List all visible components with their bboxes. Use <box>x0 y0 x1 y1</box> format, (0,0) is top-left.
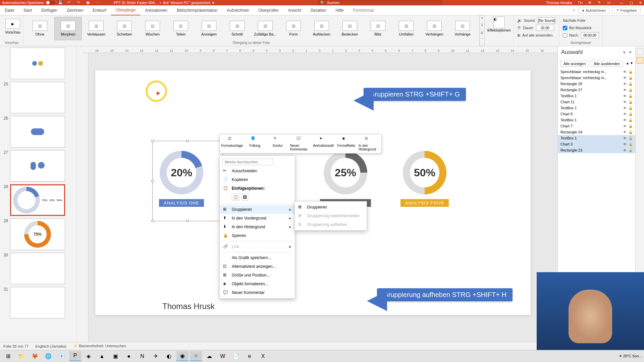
telegram-icon[interactable]: ✈ <box>150 351 162 361</box>
tab-ansicht[interactable]: Ansicht <box>283 5 306 15</box>
sel-item[interactable]: TextBox 1👁🔓 <box>558 117 635 123</box>
chrome-icon[interactable]: 🌐 <box>42 351 54 361</box>
app5-icon[interactable]: ☁ <box>203 351 215 361</box>
minimize-button[interactable]: — <box>620 1 624 5</box>
sel-item[interactable]: Rectangle 24👁🔓 <box>558 129 635 135</box>
autosave-switch[interactable] <box>46 1 55 5</box>
user-avatar[interactable]: TH <box>577 0 584 5</box>
transition-blitz[interactable]: ◫Blitz <box>364 17 392 40</box>
slide-counter[interactable]: Folie 28 von 77 <box>3 344 29 348</box>
transition-wischen[interactable]: ◫Wischen <box>139 17 166 40</box>
tab-start[interactable]: Start <box>19 5 37 15</box>
ctx-neuerkommentar[interactable]: 💬Neuer Kommentar <box>220 288 295 297</box>
sel-item[interactable]: Chart 7👁🔓 <box>558 123 635 129</box>
thumbnail-31[interactable]: 31 <box>0 286 82 320</box>
pane-close-icon[interactable]: ✕ <box>629 50 632 55</box>
move-up-icon[interactable]: ▴ <box>627 61 629 67</box>
selection-box[interactable] <box>152 141 223 221</box>
mini-fuellung[interactable]: 🪣Füllung <box>244 136 266 152</box>
sel-item[interactable]: Rectangle 23👁🔓 <box>558 147 635 153</box>
weather-widget[interactable]: ☀ 20°C Son... <box>619 354 642 358</box>
thumbnail-29[interactable]: 2975% <box>0 217 82 251</box>
transition-gallery-scroll[interactable]: ▴▾⊟ <box>479 15 485 46</box>
edge-icon[interactable]: e <box>244 351 256 361</box>
transition-morphen[interactable]: ◫Morphen <box>54 17 82 40</box>
tab-entwurf[interactable]: Entwurf <box>88 5 111 15</box>
vorschau-button[interactable]: ▶ Vorschau <box>3 17 23 34</box>
sel-item[interactable]: Chart 9👁🔓 <box>558 111 635 117</box>
save-icon[interactable]: 💾 <box>58 0 63 5</box>
maximize-button[interactable]: ▢ <box>630 1 633 5</box>
more-icon[interactable]: ⋯ <box>96 0 100 5</box>
search-input[interactable]: 🔍 Suchen <box>318 0 442 5</box>
tab-dictation[interactable]: Dictation <box>306 5 331 15</box>
app-icon[interactable]: ◈ <box>83 351 95 361</box>
sound-select[interactable] <box>538 17 556 23</box>
dauer-input[interactable] <box>536 25 554 31</box>
transition-form[interactable]: ◫Form <box>280 17 307 40</box>
show-all-button[interactable]: Alle anzeigen <box>560 61 589 67</box>
sel-item[interactable]: TextBox 1👁🔓 <box>558 135 635 141</box>
ctx-sub-gruppieren[interactable]: ⊞Gruppieren <box>295 203 367 212</box>
tab-selection-icon[interactable] <box>637 57 643 64</box>
aufzeichnen-button[interactable]: ● Aufzeichnen <box>578 7 609 13</box>
pane-dropdown-icon[interactable]: ▾ <box>623 50 625 55</box>
freigeben-button[interactable]: ↗ Freigeben <box>612 7 641 13</box>
record-icon[interactable]: ○ <box>190 351 202 361</box>
tab-hilfe[interactable]: Hilfe <box>331 5 348 15</box>
thumbnail-x[interactable] <box>0 46 82 80</box>
window-icon[interactable]: ▭ <box>607 0 612 5</box>
transition-schieben[interactable]: ◫Schieben <box>111 17 138 40</box>
ctx-indenhintergrund[interactable]: ⬇In den Hintergrund▶ <box>220 223 295 231</box>
tab-properties-icon[interactable] <box>637 48 643 55</box>
mini-formatvorlage[interactable]: ◫Formatvorlage <box>221 136 243 152</box>
thumbnail-28[interactable]: 2875%25%50% <box>0 183 82 217</box>
ctx-objektformatieren[interactable]: ◈Objekt formatieren... <box>220 280 295 288</box>
mini-kommentar[interactable]: 💬Neuer Kommentar <box>289 136 312 152</box>
ctx-indenvordergrund[interactable]: ⬆In den Vordergrund▶ <box>220 214 295 223</box>
obs-icon[interactable]: ◉ <box>176 351 189 361</box>
thumbnail-25[interactable]: 25 <box>0 80 82 115</box>
tab-animationen[interactable]: Animationen <box>140 5 172 15</box>
onenote-icon[interactable]: N <box>136 351 148 361</box>
tab-datei[interactable]: Datei <box>0 5 19 15</box>
excel-icon[interactable]: X <box>257 351 269 361</box>
app6-icon[interactable]: 📄 <box>230 351 242 361</box>
transition-verblassen[interactable]: ◫Verblassen <box>83 17 110 40</box>
context-submenu-gruppieren[interactable]: ⊞Gruppieren ⊞Gruppierung wiederherstelle… <box>294 201 367 231</box>
context-menu[interactable]: ✂Ausschneiden📄Kopieren📋Einfügeoptionen:📋… <box>219 156 295 299</box>
sel-item[interactable]: Chart 11👁🔓 <box>558 99 635 105</box>
ctx-kopieren[interactable]: 📄Kopieren <box>220 175 295 184</box>
vlc-icon[interactable]: ▲ <box>96 351 108 361</box>
close-button[interactable]: ✕ <box>639 1 642 5</box>
tab-zeichnen[interactable]: Zeichnen <box>62 5 88 15</box>
slide-editor[interactable]: Übergang zu dieser Folie 161514131211109… <box>82 46 557 342</box>
start-button[interactable]: ⊞ <box>2 351 14 361</box>
mini-animation[interactable]: ★Animationsstil <box>312 136 334 152</box>
thumbnail-scrollbar[interactable] <box>76 46 82 342</box>
app2-icon[interactable]: ▣ <box>109 351 121 361</box>
accessibility-check[interactable]: ⚡ Barrierefreiheit: Untersuchen <box>73 344 126 348</box>
hide-all-button[interactable]: Alle ausblenden <box>591 61 623 67</box>
transition-bedecken[interactable]: ◫Bedecken <box>336 17 364 40</box>
mini-kontur[interactable]: ✎Kontur <box>267 136 289 152</box>
nach-checkbox[interactable] <box>563 33 567 38</box>
tab-einfuegen[interactable]: Einfügen <box>37 5 62 15</box>
sel-item[interactable]: Chart 3👁🔓 <box>558 141 635 147</box>
move-down-icon[interactable]: ▾ <box>631 61 633 67</box>
ctx-greundposition[interactable]: ⊞Größe und Position... <box>220 271 295 280</box>
transition-schnitt[interactable]: ◫Schnitt <box>223 17 251 40</box>
sel-item[interactable]: TextBox 1👁🔓 <box>558 105 635 111</box>
ctx-alternativtextanzeigen[interactable]: ⊡Alternativtext anzeigen... <box>220 262 295 271</box>
mini-formeffekte[interactable]: ◉Formeffekte <box>335 136 357 152</box>
donut-4[interactable]: 50% ANALYSIS FOUR <box>400 151 449 207</box>
sel-item[interactable]: Rectangle 28👁🔓 <box>558 81 635 87</box>
app4-icon[interactable]: ◐ <box>163 351 175 361</box>
tab-ueberpruefen[interactable]: Überprüfen <box>254 5 283 15</box>
effektoptionen-button[interactable]: ◐ Effektoptionen <box>487 17 511 32</box>
donut-3[interactable]: 25% ANALYSIS THREE <box>320 151 371 207</box>
mini-toolbar[interactable]: ◫Formatvorlage 🪣Füllung ✎Kontur 💬Neuer K… <box>219 134 382 154</box>
firefox-icon[interactable]: 🦊 <box>29 351 41 361</box>
outlook-icon[interactable]: 📧 <box>56 351 68 361</box>
present-icon[interactable]: ▣ <box>86 0 91 5</box>
